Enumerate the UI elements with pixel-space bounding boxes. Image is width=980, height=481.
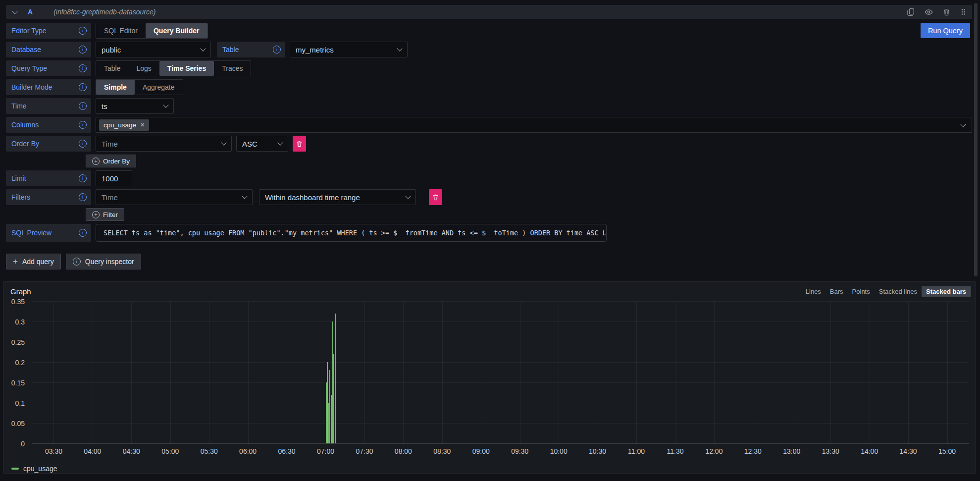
mode-lines[interactable]: Lines (801, 286, 825, 297)
column-tag[interactable]: cpu_usage ✕ (99, 119, 149, 131)
info-icon[interactable]: i (79, 27, 87, 35)
mode-bars[interactable]: Bars (825, 286, 848, 297)
option-logs[interactable]: Logs (128, 61, 159, 76)
grid-line-vertical (598, 302, 598, 444)
grid-line-horizontal (32, 423, 969, 424)
legend-series-label[interactable]: cpu_usage (23, 465, 57, 473)
row-filters: Filters i Time Within dashboard time ran… (6, 189, 972, 205)
row-query-type: Query Type i Table Logs Time Series Trac… (6, 60, 972, 76)
mode-points[interactable]: Points (848, 286, 875, 297)
remove-filter-button[interactable] (429, 189, 442, 205)
remove-tag-icon[interactable]: ✕ (140, 122, 145, 128)
row-add-filter: + Filter (6, 208, 972, 221)
x-tick-label: 07:00 (317, 447, 334, 455)
order-by-direction-select[interactable]: ASC (236, 136, 288, 152)
run-query-button[interactable]: Run Query (921, 23, 970, 38)
grid-line-horizontal (32, 342, 969, 342)
circle-plus-icon: + (92, 158, 100, 165)
chevron-down-icon (242, 193, 247, 199)
filter-field-select[interactable]: Time (96, 189, 253, 205)
plus-icon: + (13, 257, 18, 267)
collapse-chevron-icon[interactable] (12, 8, 17, 14)
option-table[interactable]: Table (96, 61, 128, 76)
grid-line-vertical (481, 302, 481, 444)
x-tick-label: 09:00 (472, 447, 490, 455)
x-tick-label: 15:00 (938, 447, 956, 455)
x-tick-label: 10:30 (589, 447, 606, 455)
limit-input[interactable] (96, 170, 132, 186)
series-color-dash (11, 468, 19, 470)
x-tick-label: 13:00 (783, 447, 800, 455)
query-inspector-button[interactable]: i Query inspector (66, 254, 141, 269)
scrollbar[interactable] (974, 3, 978, 276)
info-icon[interactable]: i (79, 121, 87, 129)
option-aggregate[interactable]: Aggregate (135, 80, 183, 95)
option-traces[interactable]: Traces (214, 61, 251, 76)
info-icon[interactable]: i (79, 193, 87, 201)
x-tick-label: 04:30 (123, 447, 140, 455)
info-icon[interactable]: i (79, 64, 87, 72)
delete-query-icon[interactable] (943, 8, 950, 16)
x-tick-label: 10:00 (550, 447, 567, 455)
database-select[interactable]: public (96, 42, 211, 57)
info-icon[interactable]: i (79, 83, 87, 91)
grid-line-vertical (947, 302, 948, 444)
graph-panel-header: Graph Lines Bars Points Stacked lines St… (8, 285, 971, 298)
grid-line-vertical (53, 302, 54, 444)
option-simple[interactable]: Simple (96, 80, 135, 95)
filter-condition-select[interactable]: Within dashboard time range (259, 189, 416, 205)
add-query-button[interactable]: + Add query (6, 254, 61, 269)
table-select[interactable]: my_metrics (290, 42, 408, 57)
option-sql-editor[interactable]: SQL Editor (96, 23, 146, 38)
info-icon[interactable]: i (79, 102, 87, 110)
chevron-down-icon (405, 193, 411, 199)
query-editor-section: A (info8fcc-greptimedb-datasource) Run Q… (0, 0, 980, 269)
option-query-builder[interactable]: Query Builder (146, 23, 207, 38)
info-icon[interactable]: i (79, 46, 87, 53)
info-icon[interactable]: i (79, 140, 87, 148)
time-select[interactable]: ts (96, 98, 174, 114)
x-tick-label: 06:30 (278, 447, 296, 455)
x-tick-label: 03:30 (45, 447, 62, 455)
info-icon[interactable]: i (273, 46, 281, 53)
row-database: Database i public Table i my_metrics (6, 42, 972, 57)
circle-plus-icon: + (92, 211, 100, 218)
grid-line-vertical (442, 302, 443, 444)
x-axis-labels: 03:3004:0004:3005:0005:3006:0006:3007:00… (32, 447, 969, 457)
x-tick-label: 12:00 (705, 447, 722, 455)
add-order-by-button[interactable]: + Order By (86, 155, 136, 167)
y-tick-label: 0.05 (11, 420, 25, 428)
grid-line-vertical (792, 302, 792, 444)
grid-line-vertical (93, 302, 93, 444)
duplicate-query-icon[interactable] (907, 8, 915, 16)
eye-icon[interactable] (925, 8, 933, 16)
y-tick-label: 0.3 (15, 318, 25, 326)
mode-stacked-bars[interactable]: Stacked bars (922, 286, 971, 297)
y-axis-labels: 00.050.10.150.20.250.30.35 (8, 302, 28, 444)
query-type-toggle: Table Logs Time Series Traces (96, 60, 251, 76)
query-header-actions (907, 8, 966, 16)
chevron-down-icon (277, 140, 283, 145)
x-tick-label: 08:30 (433, 447, 451, 455)
chart: 00.050.10.150.20.250.30.35 03:3004:0004:… (8, 302, 971, 458)
x-tick-label: 11:30 (667, 447, 683, 455)
info-icon[interactable]: i (79, 174, 87, 182)
chart-legend: cpu_usage (8, 465, 971, 473)
builder-mode-toggle: Simple Aggregate (96, 79, 183, 95)
sql-preview-box: SELECT ts as "time", cpu_usage FROM "pub… (96, 224, 607, 242)
query-row-header[interactable]: A (info8fcc-greptimedb-datasource) (6, 5, 972, 19)
time-label: Time i (6, 98, 91, 114)
drag-handle-icon[interactable] (960, 8, 966, 16)
info-icon[interactable]: i (79, 229, 87, 237)
columns-multiselect[interactable]: cpu_usage ✕ (96, 117, 972, 133)
filters-label: Filters i (6, 189, 91, 205)
mode-stacked-lines[interactable]: Stacked lines (875, 286, 922, 297)
x-tick-label: 14:00 (861, 447, 878, 455)
chevron-down-icon (163, 102, 168, 107)
remove-order-by-button[interactable] (293, 136, 306, 152)
option-time-series[interactable]: Time Series (159, 61, 214, 76)
order-by-field-select[interactable]: Time (96, 136, 232, 152)
add-filter-button[interactable]: + Filter (86, 208, 124, 221)
row-order-by: Order By i Time ASC (6, 136, 972, 152)
y-tick-label: 0.1 (15, 399, 25, 407)
